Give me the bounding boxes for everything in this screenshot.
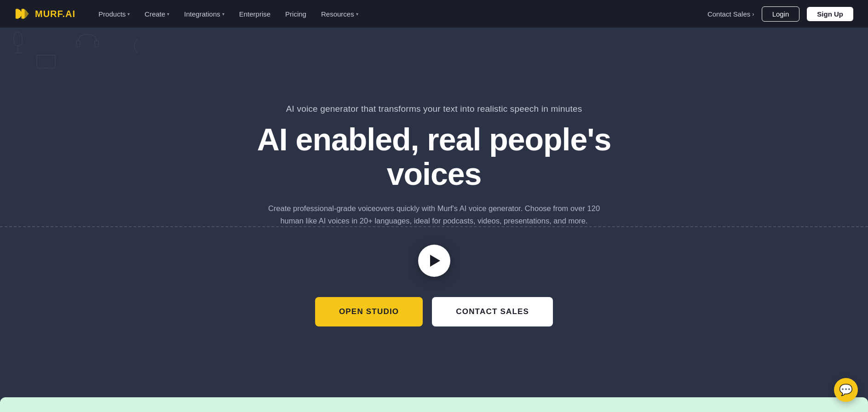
svg-rect-10 — [95, 40, 98, 47]
svg-rect-3 — [14, 32, 22, 46]
chat-icon: 💬 — [839, 383, 853, 396]
hero-content: AI voice generator that transforms your … — [227, 104, 641, 245]
nav-resources[interactable]: Resources ▾ — [315, 6, 365, 22]
nav-create[interactable]: Create ▾ — [138, 6, 176, 22]
svg-rect-6 — [37, 55, 55, 68]
products-chevron-icon: ▾ — [127, 11, 130, 17]
logo-text: MURF.AI — [35, 9, 75, 19]
hero-subtitle: AI voice generator that transforms your … — [227, 104, 641, 114]
signup-button[interactable]: Sign Up — [807, 7, 853, 21]
hero-section: AI voice generator that transforms your … — [0, 0, 868, 412]
chat-bubble[interactable]: 💬 — [834, 378, 858, 402]
play-container — [418, 245, 450, 277]
hero-title: AI enabled, real people's voices — [227, 122, 641, 191]
svg-rect-9 — [76, 40, 80, 47]
play-icon — [430, 255, 440, 267]
create-chevron-icon: ▾ — [167, 11, 169, 17]
cta-buttons: OPEN STUDIO CONTACT SALES — [315, 297, 553, 326]
login-button[interactable]: Login — [762, 6, 800, 22]
svg-point-11 — [134, 38, 138, 54]
navbar: MURF.AI Products ▾ Create ▾ Integrations… — [0, 0, 868, 28]
resources-chevron-icon: ▾ — [356, 11, 358, 17]
nav-enterprise[interactable]: Enterprise — [233, 6, 277, 22]
hero-description: Create professional-grade voiceovers qui… — [259, 202, 609, 227]
integrations-chevron-icon: ▾ — [222, 11, 224, 17]
nav-links: Products ▾ Create ▾ Integrations ▾ Enter… — [92, 6, 707, 22]
logo-icon — [15, 6, 31, 22]
nav-pricing[interactable]: Pricing — [279, 6, 313, 22]
nav-products[interactable]: Products ▾ — [92, 6, 136, 22]
logo[interactable]: MURF.AI — [15, 6, 75, 22]
nav-right: Contact Sales › Login Sign Up — [707, 6, 853, 22]
bottom-bar — [0, 397, 868, 412]
open-studio-button[interactable]: OPEN STUDIO — [315, 297, 423, 326]
nav-integrations[interactable]: Integrations ▾ — [178, 6, 230, 22]
contact-sales-arrow-icon: › — [752, 11, 754, 17]
contact-sales-button[interactable]: CONTACT SALES — [432, 297, 553, 326]
play-button[interactable] — [418, 245, 450, 277]
nav-contact-sales[interactable]: Contact Sales › — [707, 10, 754, 18]
